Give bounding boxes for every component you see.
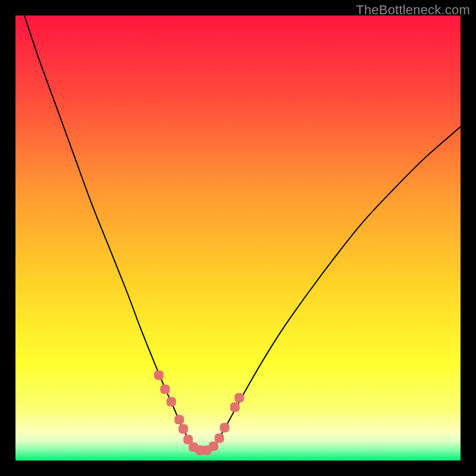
data-marker bbox=[174, 415, 184, 424]
bottleneck-plot bbox=[15, 15, 461, 461]
data-marker bbox=[230, 402, 240, 412]
watermark-text: TheBottleneck.com bbox=[356, 2, 470, 18]
data-marker bbox=[234, 393, 244, 403]
chart-frame: TheBottleneck.com bbox=[0, 0, 476, 476]
data-marker bbox=[178, 424, 188, 434]
data-marker bbox=[160, 384, 170, 394]
data-marker bbox=[215, 434, 224, 443]
data-marker bbox=[154, 370, 164, 380]
data-marker bbox=[209, 441, 218, 451]
data-marker bbox=[167, 397, 176, 406]
data-marker bbox=[220, 423, 230, 433]
